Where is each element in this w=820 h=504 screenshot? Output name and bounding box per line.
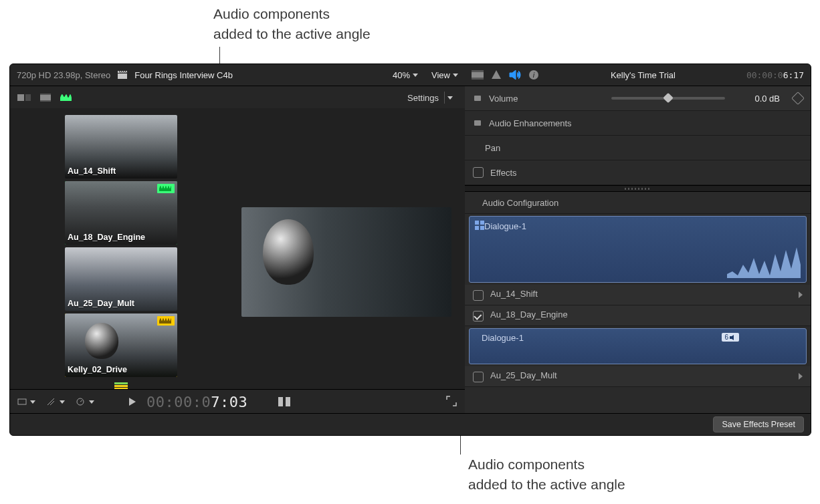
color-menu[interactable] xyxy=(46,397,65,406)
viewer-view-menu[interactable]: View xyxy=(431,70,458,80)
play-button[interactable] xyxy=(129,398,136,406)
angle-au-18-day-engine[interactable]: Au_18_Day_Engine xyxy=(65,181,177,245)
viewer-view-label: View xyxy=(431,70,450,80)
angle-label: Kelly_02_Drive xyxy=(68,365,127,374)
component-name: Au_18_Day_Engine xyxy=(490,309,796,320)
inspector-clip-name: Kelly's Time Trial xyxy=(546,70,740,80)
inspector-footer: Save Effects Preset xyxy=(465,413,811,435)
waveform-icon xyxy=(727,245,801,278)
pan-row: Pan xyxy=(465,136,811,160)
settings-label: Settings xyxy=(407,93,439,103)
angle-list: Au_14_Shift Au_18_Day_Engine Au_25_Day_M… xyxy=(65,115,177,377)
component-checkbox[interactable] xyxy=(473,290,484,301)
angle-settings-menu[interactable]: Settings xyxy=(402,90,458,105)
viewer-zoom-value: 40% xyxy=(393,70,410,80)
timecode-prefix: 00:00:0 xyxy=(146,394,211,410)
component-name: Dialogue-1 xyxy=(482,333,524,343)
svg-rect-1 xyxy=(25,94,31,101)
volume-row: Volume 0.0 dB xyxy=(465,86,811,111)
component-checkbox[interactable] xyxy=(473,311,484,322)
viewer-transport-bar: 00:00:07:03 xyxy=(10,389,465,414)
section-drag-handle[interactable] xyxy=(465,185,811,192)
generator-inspector-tab[interactable] xyxy=(490,69,502,81)
angle-viewer: 720p HD 23.98p, Stereo Four Rings Interv… xyxy=(10,64,466,435)
svg-rect-17 xyxy=(475,226,479,230)
viewer-title-bar: 720p HD 23.98p, Stereo Four Rings Interv… xyxy=(10,64,465,86)
chevron-down-icon xyxy=(453,74,458,77)
audio-waveform-icon xyxy=(157,316,175,326)
chevron-down-icon xyxy=(447,96,453,100)
component-au-25-day-mult[interactable]: Au_25_Day_Mult xyxy=(465,366,811,387)
viewer-footer xyxy=(10,413,465,435)
clapperboard-icon xyxy=(117,70,128,80)
viewer-body: Au_14_Shift Au_18_Day_Engine Au_25_Day_M… xyxy=(10,108,465,389)
audio-waveform-icon xyxy=(157,184,175,193)
disclosure-icon[interactable] xyxy=(473,94,482,103)
chevron-down-icon xyxy=(60,400,65,404)
chevron-down-icon xyxy=(89,400,94,404)
app-window: 720p HD 23.98p, Stereo Four Rings Interv… xyxy=(9,64,811,436)
retime-menu[interactable] xyxy=(76,397,94,406)
svg-rect-9 xyxy=(472,78,484,80)
save-effects-preset-button[interactable]: Save Effects Preset xyxy=(713,416,804,432)
transform-menu[interactable] xyxy=(17,397,35,406)
switch-video-audio-icon[interactable] xyxy=(17,90,31,105)
audio-inspector-tab[interactable] xyxy=(509,69,521,81)
svg-rect-4 xyxy=(40,100,51,102)
effects-label: Effects xyxy=(490,168,803,178)
expand-icon[interactable] xyxy=(799,373,803,380)
switch-video-icon[interactable] xyxy=(38,90,53,105)
disclosure-icon[interactable] xyxy=(473,118,482,128)
audio-inspector: i Kelly's Time Trial 00:00:06:17 Volume … xyxy=(465,64,811,435)
audio-config-label: Audio Configuration xyxy=(482,198,558,208)
angle-kelly-02-drive[interactable]: Kelly_02_Drive xyxy=(65,313,177,377)
viewer-timecode[interactable]: 00:00:07:03 xyxy=(146,394,247,410)
svg-rect-0 xyxy=(17,94,24,101)
component-checkbox[interactable] xyxy=(473,372,484,382)
svg-rect-15 xyxy=(475,221,479,225)
angle-label: Au_18_Day_Engine xyxy=(68,233,145,242)
svg-rect-13 xyxy=(474,96,481,101)
effects-checkbox[interactable] xyxy=(473,167,484,178)
annotation-bottom: Audio components added to the active ang… xyxy=(468,455,625,495)
component-dialogue-1-sub[interactable]: Dialogue-1 6 xyxy=(469,328,807,364)
svg-rect-3 xyxy=(40,94,51,95)
viewer-toolbar: Settings xyxy=(10,86,465,110)
fullscreen-button[interactable] xyxy=(446,396,457,408)
angle-au-25-day-mult[interactable]: Au_25_Day_Mult xyxy=(65,247,177,311)
viewer-preview xyxy=(241,207,451,317)
volume-value[interactable]: 0.0 dB xyxy=(733,94,780,104)
multicam-grid-icon xyxy=(475,221,484,232)
pan-label: Pan xyxy=(485,143,803,153)
chevron-down-icon xyxy=(30,400,35,404)
volume-slider[interactable] xyxy=(611,97,725,100)
component-dialogue-1-primary[interactable]: Dialogue-1 xyxy=(469,216,807,283)
component-name: Au_14_Shift xyxy=(490,289,792,299)
component-au-18-day-engine[interactable]: Au_18_Day_Engine xyxy=(465,305,811,326)
svg-rect-5 xyxy=(18,399,26,404)
angle-au-14-shift[interactable]: Au_14_Shift xyxy=(65,115,177,178)
svg-rect-8 xyxy=(472,70,484,72)
video-inspector-tab[interactable] xyxy=(472,69,484,81)
expand-icon[interactable] xyxy=(799,291,803,298)
inspector-timecode: 00:00:06:17 xyxy=(746,70,804,80)
loop-indicator-icon xyxy=(278,397,290,406)
audio-config-header: Audio Configuration xyxy=(465,192,811,214)
switch-audio-icon[interactable] xyxy=(60,90,74,105)
chevron-down-icon xyxy=(413,74,418,77)
timecode-active: 7:03 xyxy=(211,394,247,410)
viewer-format: 720p HD 23.98p, Stereo xyxy=(17,70,110,80)
keyframe-button[interactable] xyxy=(791,92,805,105)
viewer-zoom-menu[interactable]: 40% xyxy=(393,70,418,80)
angle-label: Au_14_Shift xyxy=(68,166,116,176)
effects-row: Effects xyxy=(465,160,811,185)
surround-channel-badge: 6 xyxy=(722,333,739,342)
info-inspector-tab[interactable]: i xyxy=(528,69,540,81)
volume-label: Volume xyxy=(489,94,611,104)
component-name: Au_25_Day_Mult xyxy=(490,370,792,380)
component-au-14-shift[interactable]: Au_14_Shift xyxy=(465,285,811,305)
viewer-clip-title: Four Rings Interview C4b xyxy=(134,70,386,80)
audio-enhancements-row: Audio Enhancements xyxy=(465,111,811,136)
angle-label: Au_25_Day_Mult xyxy=(68,299,134,308)
annotation-top: Audio components added to the active ang… xyxy=(213,4,371,45)
